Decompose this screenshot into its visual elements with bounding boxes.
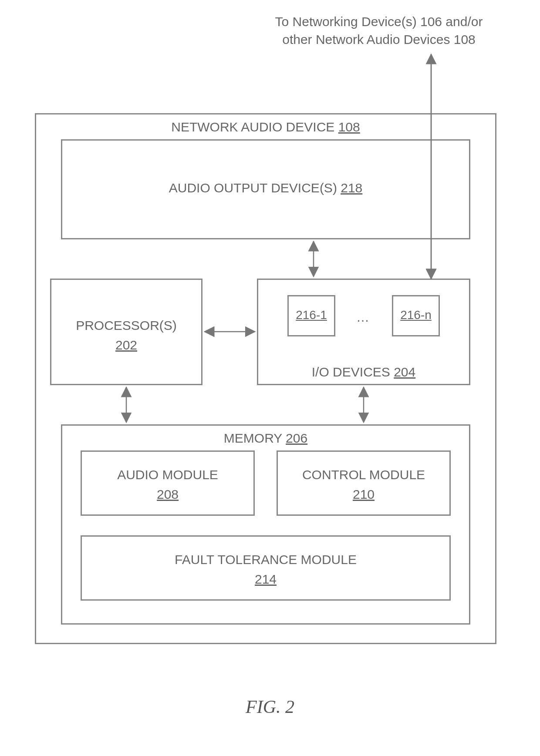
connectors — [0, 0, 540, 756]
